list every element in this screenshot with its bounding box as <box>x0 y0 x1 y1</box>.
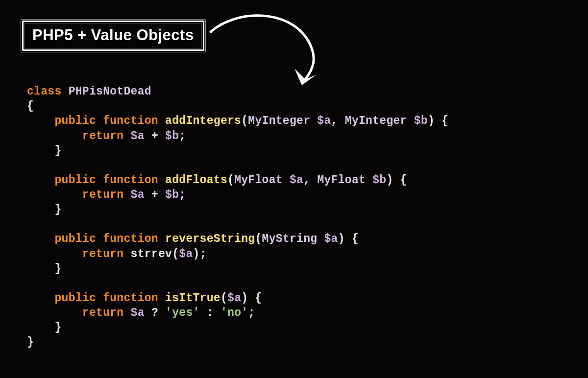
keyword-public: public <box>54 174 96 187</box>
semicolon: ; <box>200 248 207 260</box>
paren-open: ( <box>241 115 248 127</box>
type-MyString: MyString <box>262 233 318 245</box>
title-box: PHP5 + Value Objects <box>22 21 204 51</box>
op-plus: + <box>151 130 158 142</box>
brace-open: { <box>441 115 448 127</box>
slide: PHP5 + Value Objects class PHPisNotDead … <box>0 0 588 378</box>
var-a: $a <box>131 130 145 142</box>
brace-close: } <box>54 262 61 275</box>
paren-open: ( <box>255 233 262 245</box>
func-addIntegers: addIntegers <box>165 115 241 127</box>
comma: , <box>331 115 338 127</box>
string-yes: 'yes' <box>165 307 200 319</box>
call-strrev: strrev <box>131 248 172 260</box>
keyword-public: public <box>54 115 96 127</box>
var-a: $a <box>179 248 193 260</box>
type-MyInteger: MyInteger <box>345 115 407 127</box>
func-addFloats: addFloats <box>165 174 227 187</box>
var-b: $b <box>165 130 179 142</box>
class-name: PHPisNotDead <box>69 85 151 98</box>
paren-close: ) <box>193 248 200 260</box>
keyword-function: function <box>103 233 158 245</box>
var-a: $a <box>227 292 241 305</box>
brace-open: { <box>352 233 359 245</box>
type-MyFloat: MyFloat <box>234 174 283 187</box>
semicolon: ; <box>248 307 255 319</box>
var-b: $b <box>372 174 386 187</box>
keyword-return: return <box>82 307 124 319</box>
func-isItTrue: isItTrue <box>165 292 220 305</box>
comma: , <box>303 174 310 187</box>
paren-open: ( <box>227 174 234 187</box>
semicolon: ; <box>179 189 186 201</box>
op-question: ? <box>151 307 158 319</box>
keyword-public: public <box>54 292 96 305</box>
keyword-class: class <box>27 85 62 98</box>
keyword-function: function <box>103 174 158 187</box>
var-a: $a <box>131 307 145 319</box>
paren-open: ( <box>220 292 227 305</box>
var-a: $a <box>290 174 303 187</box>
var-a: $a <box>131 189 145 201</box>
paren-close: ) <box>241 292 248 305</box>
brace-close: } <box>54 321 61 334</box>
op-colon: : <box>207 307 214 319</box>
brace-close: } <box>54 144 61 157</box>
var-b: $b <box>414 115 428 127</box>
var-a: $a <box>324 233 338 245</box>
keyword-function: function <box>103 115 158 127</box>
op-plus: + <box>151 189 158 201</box>
var-b: $b <box>165 189 179 201</box>
keyword-public: public <box>54 233 96 245</box>
brace-open: { <box>400 174 407 187</box>
title-text: PHP5 + Value Objects <box>32 26 194 44</box>
keyword-return: return <box>82 130 124 142</box>
semicolon: ; <box>179 130 186 142</box>
keyword-return: return <box>82 248 124 260</box>
type-MyInteger: MyInteger <box>248 115 310 127</box>
paren-close: ) <box>386 174 393 187</box>
brace-close: } <box>54 203 61 216</box>
code-block: class PHPisNotDead { public function add… <box>27 70 568 350</box>
paren-close: ) <box>428 115 435 127</box>
brace-open: { <box>27 100 34 113</box>
var-a: $a <box>317 115 331 127</box>
keyword-return: return <box>82 189 124 201</box>
brace-close: } <box>27 336 34 349</box>
paren-close: ) <box>338 233 345 245</box>
keyword-function: function <box>103 292 158 305</box>
func-reverseString: reverseString <box>165 233 255 245</box>
paren-open: ( <box>172 248 179 260</box>
brace-open: { <box>255 292 262 305</box>
string-no: 'no' <box>220 307 248 319</box>
type-MyFloat: MyFloat <box>317 174 366 187</box>
